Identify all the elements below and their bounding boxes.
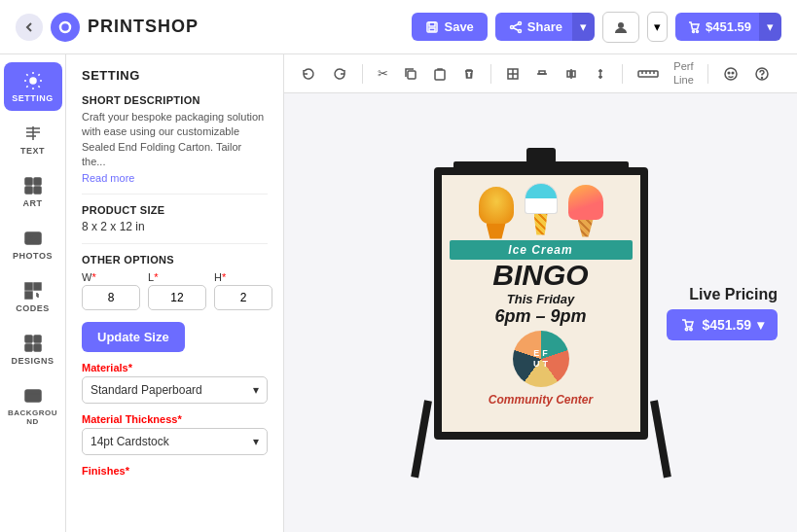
update-size-button[interactable]: Update Size [82, 322, 185, 352]
cut-button[interactable]: ✂ [373, 62, 393, 85]
product-size-value: 8 x 2 x 12 in [82, 220, 268, 233]
height-label: H* [214, 271, 272, 283]
width-label: W* [82, 271, 140, 283]
user-dropdown-button[interactable]: ▾ [647, 12, 668, 42]
svg-point-9 [618, 22, 624, 28]
sidebar-item-codes[interactable]: CODES [4, 272, 62, 321]
thickness-select[interactable]: 14pt Cardstock ▾ [82, 428, 268, 455]
svg-rect-2 [429, 22, 435, 26]
sidebar-item-photos[interactable]: PHOTOS [4, 220, 62, 268]
emoji-button[interactable] [718, 62, 743, 86]
live-pricing-price: $451.59 [702, 317, 751, 333]
short-description-text: Craft your bespoke packaging solution wi… [82, 110, 268, 170]
short-description-label: SHORT DESCRIPTION [82, 94, 268, 106]
height-input[interactable] [214, 285, 272, 310]
community-text: Community Center [489, 393, 593, 407]
svg-point-12 [30, 78, 36, 84]
svg-rect-30 [25, 390, 41, 402]
share-button[interactable]: Share [495, 13, 576, 41]
back-button[interactable] [16, 14, 43, 41]
dimensions-row: W* L* H* [82, 271, 268, 310]
sidebar-item-art[interactable]: ART [4, 167, 62, 216]
undo-button[interactable] [296, 62, 321, 86]
divider-1 [82, 194, 268, 195]
ruler-button[interactable] [633, 62, 664, 86]
align-button[interactable] [530, 63, 554, 85]
svg-rect-44 [638, 71, 658, 77]
divider-2 [82, 243, 268, 244]
svg-line-8 [513, 27, 518, 29]
sign-board: Ice Cream BINGO This Friday 6pm – 9pm E … [434, 167, 648, 440]
ice-cream-3 [565, 185, 606, 237]
other-options-label: OTHER OPTIONS [82, 254, 268, 266]
header-left: PRINTSHOP [16, 13, 199, 42]
logo-text: PRINTSHOP [88, 17, 199, 37]
sidebar-item-background-label: BACKGROU ND [8, 408, 57, 426]
distribute-button[interactable] [560, 63, 583, 85]
svg-point-49 [725, 68, 737, 80]
svg-point-5 [510, 25, 513, 28]
svg-rect-17 [34, 187, 41, 194]
grid-button[interactable] [501, 63, 525, 85]
header-right: Save Share ▾ ▾ [412, 12, 781, 43]
svg-rect-24 [36, 285, 39, 288]
redo-button[interactable] [327, 62, 352, 86]
cart-button[interactable]: $451.59 [675, 13, 763, 41]
svg-rect-3 [429, 28, 435, 31]
sidebar-item-setting-label: SETTING [12, 93, 54, 103]
thickness-chevron-icon: ▾ [253, 435, 259, 448]
live-pricing-chevron-icon: ▾ [757, 317, 764, 333]
save-button[interactable]: Save [412, 13, 487, 41]
settings-title: SETTING [82, 68, 268, 83]
toolbar-sep-4 [707, 64, 708, 84]
svg-rect-23 [27, 285, 30, 288]
materials-chevron-icon: ▾ [253, 383, 259, 397]
sidebar-icons: SETTING TEXT ART PHOTOS [0, 54, 66, 532]
sidebar-item-designs[interactable]: DESIGNS [4, 325, 62, 373]
materials-select[interactable]: Standard Paperboard ▾ [82, 376, 268, 404]
paste-button[interactable] [428, 63, 452, 85]
toolbar: ✂ [284, 54, 797, 93]
sidebar-item-codes-label: CODES [16, 303, 50, 313]
svg-rect-26 [25, 336, 32, 342]
live-pricing-button[interactable]: $451.59 ▾ [667, 309, 778, 340]
live-pricing-label: Live Pricing [689, 286, 778, 303]
toolbar-sep-1 [362, 64, 363, 84]
width-input[interactable] [82, 285, 140, 310]
share-group: Share ▾ [495, 13, 595, 41]
svg-rect-29 [34, 344, 41, 351]
length-label: L* [148, 271, 206, 283]
sidebar-item-background[interactable]: BACKGROU ND [4, 377, 62, 434]
scale-button[interactable] [589, 63, 612, 85]
svg-point-0 [60, 22, 70, 32]
sign-leg-left [411, 400, 432, 478]
sidebar-item-text-label: TEXT [20, 146, 45, 156]
perf-line-label: Perf Line [673, 60, 694, 86]
bingo-wheel: E F U T [513, 331, 569, 387]
main-layout: SETTING TEXT ART PHOTOS [0, 54, 797, 532]
delete-button[interactable] [457, 63, 481, 85]
cart-dropdown-button[interactable]: ▾ [759, 13, 781, 41]
sidebar-item-photos-label: PHOTOS [13, 251, 53, 261]
wheel-center: E F U T [533, 348, 548, 369]
materials-label: Materials* [82, 362, 268, 373]
header: PRINTSHOP Save Share ▾ [0, 0, 797, 54]
copy-button[interactable] [399, 63, 422, 85]
ice-cream-1 [476, 187, 517, 237]
read-more-link[interactable]: Read more [82, 172, 268, 184]
width-field: W* [82, 271, 140, 310]
thickness-label: Material Thickness* [82, 413, 268, 425]
svg-line-7 [513, 23, 518, 25]
svg-rect-25 [27, 294, 30, 297]
svg-rect-40 [572, 71, 575, 77]
user-button[interactable] [602, 12, 639, 43]
svg-point-54 [686, 328, 688, 330]
help-button[interactable] [749, 62, 775, 86]
canvas-body: Ice Cream BINGO This Friday 6pm – 9pm E … [284, 93, 797, 532]
svg-point-51 [732, 72, 734, 74]
length-input[interactable] [148, 285, 206, 310]
share-dropdown-button[interactable]: ▾ [572, 13, 595, 41]
sidebar-item-setting[interactable]: SETTING [4, 62, 62, 111]
sidebar-item-text[interactable]: TEXT [4, 115, 62, 163]
svg-point-10 [693, 30, 695, 32]
